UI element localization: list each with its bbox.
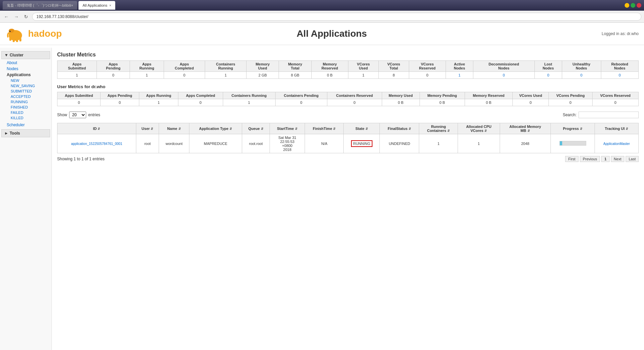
tab-close-1[interactable]: × [71, 3, 73, 7]
ucol-containers-pending: Containers Pending [275, 92, 327, 99]
page-1-button[interactable]: 1 [601, 156, 609, 162]
last-button[interactable]: Last [626, 156, 639, 162]
sidebar-item-nodes[interactable]: Nodes [0, 66, 51, 72]
user-metrics-title: User Metrics for dr.who [57, 84, 639, 89]
close-button[interactable] [637, 3, 641, 8]
sort-icon-id: ⇵ [98, 127, 100, 131]
hadoop-brand: hadoop [28, 28, 62, 39]
th-tracking-ui[interactable]: Tracking UI ⇵ [595, 123, 638, 134]
sidebar-item-running[interactable]: RUNNING [0, 99, 51, 105]
th-starttime[interactable]: StartTime ⇵ [270, 123, 305, 134]
maximize-button[interactable] [631, 3, 635, 8]
ucol-vcores-used: VCores Used [513, 92, 549, 99]
uval-vcores-pending: 0 [549, 99, 592, 106]
col-containers-running: ContainersRunning [205, 61, 246, 72]
th-id[interactable]: ID ⇵ [57, 123, 136, 134]
sort-icon-memory: ⇵ [527, 129, 530, 133]
browser-tab-inactive[interactable]: 鬼畜 - 哔哩哔哩 (゜-゜)つロ乾杯~-bilibili × [3, 1, 77, 10]
sort-icon-state: ⇵ [365, 127, 368, 131]
val-apps-running: 1 [130, 72, 164, 79]
val-unhealthy-nodes[interactable]: 0 [562, 72, 601, 79]
search-input[interactable] [579, 112, 639, 118]
applications-table: ID ⇵ User ⇵ Name ⇵ Application Type ⇵ Qu… [57, 123, 639, 153]
cell-state: RUNNING [344, 134, 380, 153]
app-id-link[interactable]: application_1522505784761_0001 [71, 142, 122, 146]
sidebar-item-new-saving[interactable]: NEW_SAVING [0, 83, 51, 89]
tab-close-2[interactable]: × [109, 4, 111, 7]
cluster-metrics-table: AppsSubmitted AppsPending AppsRunning Ap… [57, 60, 639, 79]
th-finalstatus[interactable]: FinalStatus ⇵ [380, 123, 419, 134]
reload-button[interactable]: ↻ [23, 13, 29, 20]
ucol-memory-pending: Memory Pending [420, 92, 465, 99]
sidebar-item-submitted[interactable]: SUBMITTED [0, 89, 51, 94]
sidebar-item-accepted[interactable]: ACCEPTED [0, 94, 51, 99]
cell-user: root [136, 134, 159, 153]
val-active-nodes[interactable]: 1 [446, 72, 473, 79]
entries-select[interactable]: 10 20 50 100 [69, 112, 86, 118]
ucol-memory-used: Memory Used [382, 92, 420, 99]
cell-tracking-ui[interactable]: ApplicationMaster [595, 134, 638, 153]
th-finishtime[interactable]: FinishTime ⇵ [305, 123, 344, 134]
table-controls: Show 10 20 50 100 entries Search: [57, 112, 639, 121]
col-vcores-reserved: VCoresReserved [409, 61, 446, 72]
sidebar-item-about[interactable]: About [0, 60, 51, 66]
th-allocated-memory[interactable]: Allocated MemoryMB ⇵ [500, 123, 551, 134]
sort-icon-trackingui: ⇵ [626, 127, 628, 131]
th-app-type[interactable]: Application Type ⇵ [189, 123, 242, 134]
uval-containers-running: 1 [223, 99, 275, 106]
sidebar-item-applications[interactable]: Applications [0, 72, 51, 78]
sidebar-item-finished[interactable]: FINISHED [0, 105, 51, 110]
th-state[interactable]: State ⇵ [344, 123, 380, 134]
val-decommissioned-nodes[interactable]: 0 [473, 72, 535, 79]
col-apps-running: AppsRunning [130, 61, 164, 72]
window-controls [625, 3, 641, 8]
cell-running-containers: 1 [419, 134, 458, 153]
hadoop-elephant-icon [5, 25, 25, 42]
address-input[interactable]: 192.168.77.130:8088/cluster/ [32, 13, 641, 21]
cluster-metrics-row: 1 0 1 0 1 2 GB 8 GB 0 B 1 8 0 1 0 0 0 0 [57, 72, 639, 79]
previous-button[interactable]: Previous [580, 156, 600, 162]
forward-button[interactable]: → [13, 13, 20, 20]
col-active-nodes: ActiveNodes [446, 61, 473, 72]
show-entries: Show 10 20 50 100 entries [57, 112, 100, 118]
cell-id[interactable]: application_1522505784761_0001 [57, 134, 136, 153]
svg-rect-4 [13, 39, 15, 42]
entries-label: entries [88, 113, 100, 117]
th-running-containers[interactable]: RunningContainers ⇵ [419, 123, 458, 134]
cell-allocated-cpu: 1 [458, 134, 500, 153]
tracking-link[interactable]: ApplicationMaster [603, 142, 630, 146]
val-memory-total: 8 GB [279, 72, 311, 79]
ucol-containers-running: Containers Running [223, 92, 275, 99]
first-button[interactable]: First [565, 156, 578, 162]
cell-starttime: Sat Mar 3122:55:53+08002018 [270, 134, 305, 153]
col-lost-nodes: LostNodes [534, 61, 562, 72]
cell-queue: root.root [242, 134, 270, 153]
val-rebooted-nodes[interactable]: 0 [601, 72, 638, 79]
uval-memory-pending: 0 B [420, 99, 465, 106]
col-unhealthy-nodes: UnhealthyNodes [562, 61, 601, 72]
svg-point-7 [9, 31, 11, 32]
th-queue[interactable]: Queue ⇵ [242, 123, 270, 134]
val-memory-reserved: 0 B [311, 72, 348, 79]
next-button[interactable]: Next [611, 156, 625, 162]
page-header: hadoop All Applications Logged in as: dr… [0, 23, 644, 45]
address-bar: ← → ↻ 192.168.77.130:8088/cluster/ [0, 11, 644, 23]
sidebar-item-new[interactable]: NEW [0, 78, 51, 83]
th-progress[interactable]: Progress ⇵ [551, 123, 595, 134]
svg-point-2 [9, 29, 14, 33]
browser-tab-active[interactable]: All Applications × [78, 1, 115, 10]
tools-header[interactable]: ► Tools [1, 129, 50, 137]
sidebar-item-killed[interactable]: KILLED [0, 115, 51, 121]
sidebar-item-scheduler[interactable]: Scheduler [0, 122, 51, 128]
minimize-button[interactable] [625, 3, 629, 8]
th-allocated-cpu[interactable]: Allocated CPUVCores ⇵ [458, 123, 500, 134]
th-user[interactable]: User ⇵ [136, 123, 159, 134]
val-lost-nodes[interactable]: 0 [534, 72, 562, 79]
sidebar-item-failed[interactable]: FAILED [0, 110, 51, 115]
show-label: Show [57, 113, 67, 117]
th-name[interactable]: Name ⇵ [159, 123, 189, 134]
cluster-header[interactable]: ▼ Cluster [1, 51, 50, 59]
back-button[interactable]: ← [3, 13, 10, 20]
sort-icon-apptype: ⇵ [229, 127, 232, 131]
col-apps-submitted: AppsSubmitted [57, 61, 97, 72]
